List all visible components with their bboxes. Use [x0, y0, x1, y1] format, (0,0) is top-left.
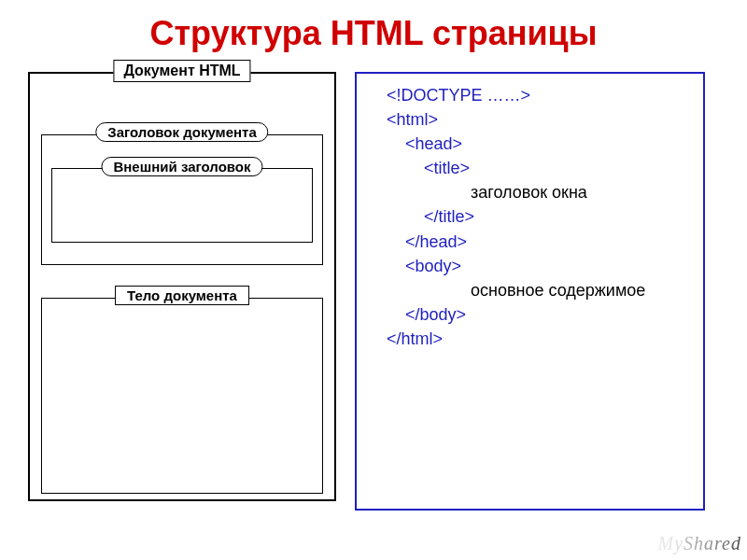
code-line: <head>: [368, 132, 692, 156]
header-label: Заголовок документа: [95, 122, 268, 142]
body-box: Тело документа: [41, 298, 323, 494]
code-line: <html>: [368, 107, 692, 132]
watermark: MyShared: [658, 533, 742, 554]
code-line: <title>: [368, 156, 692, 180]
title-box: Внешний заголовок: [51, 168, 313, 243]
code-line: <body>: [368, 254, 692, 278]
code-line: </title>: [368, 204, 692, 229]
code-line: </body>: [368, 302, 692, 327]
title-label: Внешний заголовок: [101, 157, 262, 176]
code-line: </head>: [368, 230, 692, 254]
code-line: </html>: [368, 327, 692, 351]
content-area: Документ HTML Заголовок документа Внешни…: [0, 72, 747, 511]
code-line: заголовок окна: [368, 180, 692, 204]
code-line: <!DOCTYPE ……>: [368, 83, 692, 107]
document-label: Документ HTML: [113, 60, 250, 82]
page-title: Структура HTML страницы: [0, 0, 747, 72]
document-box: Документ HTML Заголовок документа Внешни…: [28, 72, 336, 501]
head-box: Заголовок документа Внешний заголовок: [41, 134, 323, 265]
body-label: Тело документа: [115, 286, 249, 305]
code-panel: <!DOCTYPE ……><html><head><title>заголово…: [355, 72, 705, 511]
code-line: основное содержимое: [368, 278, 692, 302]
